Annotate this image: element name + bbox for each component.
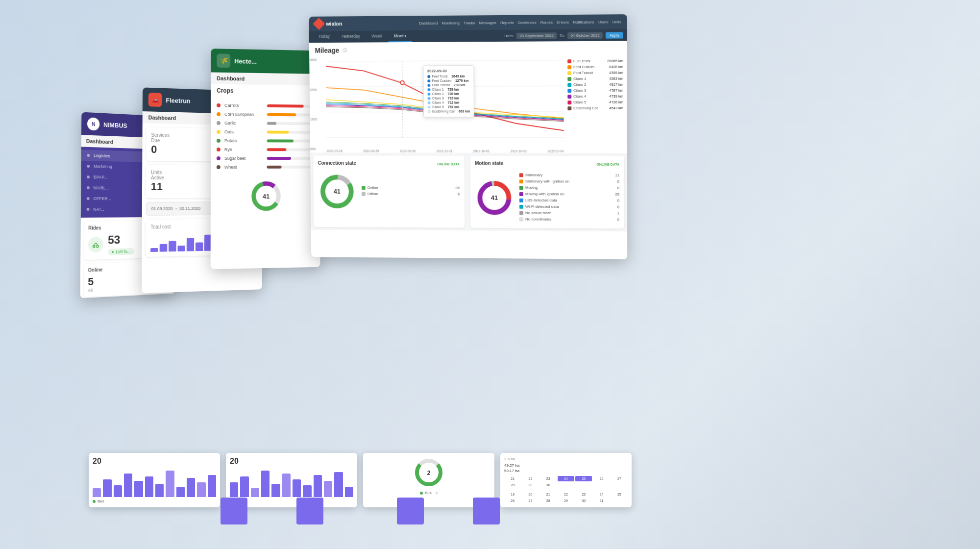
legend-ecodriving: EcoDriving Car 4543 km: [567, 106, 623, 110]
legend-citaro4: Citaro 4 4739 km: [567, 94, 623, 99]
motion-legend-lbs: LBS detected data 0: [519, 198, 619, 203]
rides-count: 53: [108, 233, 134, 247]
calendar-grid: 21 22 23 24 25 26 27 28 29 30: [504, 476, 628, 488]
legend-online: Online 35: [362, 185, 460, 190]
motion-online-badge: ONLINE DATA: [596, 163, 619, 166]
svg-text:41: 41: [491, 194, 498, 201]
crop-corn: Corn European: [217, 110, 316, 120]
connection-online-badge: ONLINE DATA: [437, 162, 460, 166]
motion-legend-wifi: Wi-Fi detected data 0: [519, 204, 619, 209]
legend-citaro3: Citaro 3 4787 km: [567, 88, 623, 93]
legend-citaro1: Citaro 1 4583 km: [567, 76, 623, 81]
chart3-label: Bus 2: [420, 491, 438, 495]
wialon-date-controls: From: 28 September 2022 To: 04 October 2…: [504, 29, 623, 42]
date-to[interactable]: 04 October 2022: [567, 32, 602, 38]
mileage-tooltip: 2022-09-30 Fuel Truck 2643 km Ford Custo…: [423, 65, 474, 117]
motion-legend-no-actual: No actual state 1: [519, 211, 619, 216]
hecte-panel: 🌾 Hecte... Dashboard Crops Carrots Corn …: [211, 49, 321, 269]
mileage-chart: 3800 2850 1900 950: [309, 55, 564, 153]
chart2-number: 20: [230, 457, 353, 466]
scooter-icon: [92, 240, 100, 249]
date-from[interactable]: 28 September 2022: [516, 32, 557, 39]
x-axis-labels: 2022-09-28 2022-09-29 2022-09-30 2022-10…: [327, 150, 564, 153]
crop-carrots: Carrots: [217, 101, 316, 111]
svg-point-14: [400, 81, 404, 85]
info-icon: ⓘ: [343, 47, 347, 53]
hectare-row1: 3.6 ha: [504, 457, 628, 461]
wialon-time-tabs: Today Yesterday Week Month From: 28 Sept…: [309, 29, 627, 43]
crop-oats: Oats: [217, 127, 315, 137]
hecte-crops-title: Crops: [211, 84, 321, 99]
nimbus-app-name: NIMBUS: [103, 121, 127, 129]
tab-week[interactable]: Week: [366, 30, 389, 42]
motion-legend-stationary: Stationary 11: [519, 173, 619, 177]
y-axis-labels: 3800 2850 1900 950: [309, 56, 327, 153]
motion-legend-list: Stationary 11 Stationary with ignition o…: [514, 173, 619, 224]
hecte-crops-list: Carrots Corn European Garlic Oats Potato…: [211, 97, 321, 175]
legend-offline: Offline 6: [362, 192, 460, 197]
crop-rye: Rye: [217, 145, 315, 154]
wialon-panel: wialon Dashboard Monitoring Tracks Messa…: [309, 14, 627, 259]
apply-button[interactable]: Apply: [606, 32, 623, 38]
hecte-header: 🌾 Hecte...: [211, 49, 321, 74]
crop-sugarbeet: Sugar beet: [217, 154, 315, 163]
fleetrun-logo-icon: 🚗: [148, 93, 162, 107]
wialon-bottom-section: Connection state ONLINE DATA 41: [310, 152, 627, 231]
connection-donut-svg: 41: [318, 173, 356, 211]
fleetrun-app-name: Fleetrun: [166, 97, 190, 104]
chart1-number: 20: [93, 457, 216, 466]
connection-donut-row: 41 Online 35 Offline: [318, 173, 460, 212]
highlight-bars: [86, 498, 635, 507]
mileage-title: Mileage: [315, 47, 340, 54]
motion-legend-moving-ignition: Moving with ignition on 29: [519, 192, 619, 197]
hecte-app-name: Hecte...: [234, 57, 257, 65]
motion-legend-stationary-ignition: Stationary with ignition on 0: [519, 179, 619, 183]
legend-ford-transit: Ford Transit 4399 km: [567, 71, 623, 75]
tab-today[interactable]: Today: [313, 31, 336, 43]
svg-line-13: [402, 61, 403, 138]
tab-yesterday[interactable]: Yesterday: [336, 31, 366, 43]
crop-potato: Potato: [217, 136, 315, 146]
crop-wheat: Wheat: [217, 163, 315, 172]
nimbus-logo-icon: N: [87, 117, 99, 130]
wialon-diamond-icon: [313, 18, 325, 30]
connection-title: Connection state: [318, 160, 356, 166]
mileage-header: Mileage ⓘ: [309, 41, 627, 56]
motion-legend-moving: Moving 0: [519, 185, 619, 190]
wialon-topbar: wialon Dashboard Monitoring Tracks Messa…: [309, 14, 627, 31]
connection-legend-list: Online 35 Offline 6: [356, 185, 460, 198]
chart2-bars: [230, 468, 353, 497]
hecte-logo-icon: 🌾: [217, 53, 230, 68]
legend-citaro2: Citaro 2 4917 km: [567, 82, 623, 87]
motion-state-card: Motion state ONLINE DATA 41: [470, 156, 624, 229]
mileage-section: Mileage ⓘ 3800 2850 1900 950: [309, 41, 627, 153]
crop-garlic: Garlic: [217, 119, 315, 128]
motion-donut-row: 41 Stationary 11 Stationary w: [475, 173, 619, 224]
motion-donut: 41: [475, 178, 514, 217]
mileage-chart-area: 3800 2850 1900 950: [309, 55, 627, 153]
svg-text:41: 41: [263, 193, 270, 200]
mileage-legend: Fuel Truck 20065 km Ford Custom 8428 km …: [564, 55, 627, 153]
connection-donut: 41: [318, 173, 356, 211]
svg-text:2: 2: [427, 470, 430, 476]
hecte-chart: 41: [211, 175, 321, 217]
chart3-donut: 2: [413, 457, 445, 489]
legend-fuel-truck: Fuel Truck 20065 km: [567, 59, 623, 64]
legend-citaro5: Citaro 5 4726 km: [567, 100, 623, 104]
connection-state-card: Connection state ONLINE DATA 41: [313, 155, 465, 227]
motion-title: Motion state: [475, 161, 503, 166]
rides-badge: ● Left fo...: [108, 248, 134, 255]
svg-point-1: [97, 245, 98, 248]
wialon-nav-icons: Dashboard Monitoring Tracks Messages Rep…: [419, 20, 621, 25]
motion-legend-no-coords: No coordinates 0: [519, 217, 619, 222]
bottom-charts-row: 20 Bus 20: [86, 453, 635, 507]
chart1-bars: [93, 468, 216, 497]
svg-line-9: [326, 60, 564, 61]
hecte-dashboard-title: Dashboard: [211, 72, 321, 85]
motion-donut-svg: 41: [475, 178, 514, 217]
wialon-logo: wialon: [315, 19, 343, 28]
tab-month[interactable]: Month: [388, 30, 412, 42]
legend-ford-custom: Ford Custom 8428 km: [567, 65, 623, 69]
svg-text:41: 41: [334, 188, 341, 195]
